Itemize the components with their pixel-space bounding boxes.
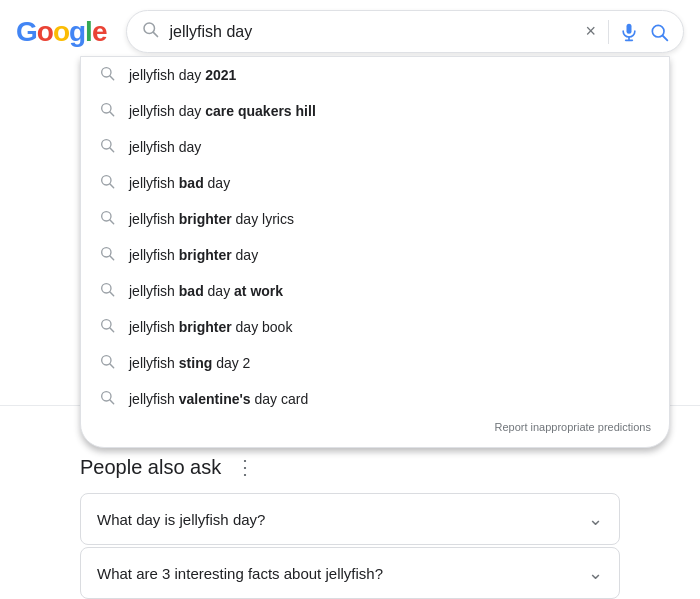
search-icon [99,389,115,409]
divider [608,20,609,44]
suggestion-text: jellyfish sting day 2 [129,355,250,371]
svg-line-1 [154,32,158,36]
svg-rect-2 [627,23,632,33]
search-icon [99,353,115,373]
list-item[interactable]: jellyfish brighter day [81,237,669,273]
suggestion-text: jellyfish bad day at work [129,283,283,299]
svg-line-8 [110,76,114,80]
list-item[interactable]: jellyfish brighter day book [81,309,669,345]
search-icon [99,65,115,85]
suggestion-text: jellyfish valentine's day card [129,391,308,407]
paa-item-1[interactable]: What day is jellyfish day? ⌄ [80,493,620,545]
search-icon [141,20,159,43]
suggestion-text: jellyfish bad day [129,175,230,191]
search-icon [99,245,115,265]
paa-item-2[interactable]: What are 3 interesting facts about jelly… [80,547,620,599]
list-item[interactable]: jellyfish valentine's day card [81,381,669,417]
search-icon [99,209,115,229]
suggestion-text: jellyfish brighter day [129,247,258,263]
list-item[interactable]: jellyfish day care quakers hill [81,93,669,129]
search-icon [99,101,115,121]
suggestion-text: jellyfish brighter day book [129,319,292,335]
search-controls: × [583,19,669,44]
microphone-icon [619,22,639,42]
report-predictions-link[interactable]: Report inappropriate predictions [81,417,669,439]
list-item[interactable]: jellyfish bad day at work [81,273,669,309]
autocomplete-dropdown: jellyfish day 2021 jellyfish day care qu… [80,56,670,448]
paa-options-button[interactable]: ⋮ [231,453,259,481]
people-also-ask-section: People also ask ⋮ What day is jellyfish … [0,433,700,599]
svg-line-22 [110,328,114,332]
search-submit-icon [649,22,669,42]
header: Google × [0,0,700,63]
paa-header: People also ask ⋮ [80,453,620,481]
search-icon [99,173,115,193]
paa-question: What are 3 interesting facts about jelly… [97,565,383,582]
list-item[interactable]: jellyfish day 2021 [81,57,669,93]
suggestion-text: jellyfish brighter day lyrics [129,211,294,227]
svg-line-18 [110,256,114,260]
search-submit-button[interactable] [649,22,669,42]
svg-line-6 [663,35,668,40]
svg-line-26 [110,400,114,404]
list-item[interactable]: jellyfish sting day 2 [81,345,669,381]
search-icon [99,137,115,157]
search-icon [99,317,115,337]
search-icon [99,281,115,301]
chevron-down-icon: ⌄ [588,508,603,530]
paa-title: People also ask [80,456,221,479]
svg-line-20 [110,292,114,296]
svg-line-24 [110,364,114,368]
search-bar: × [126,10,684,53]
chevron-down-icon: ⌄ [588,562,603,584]
google-logo[interactable]: Google [16,16,106,48]
svg-line-16 [110,220,114,224]
svg-line-12 [110,148,114,152]
suggestion-text: jellyfish day [129,139,201,155]
clear-button[interactable]: × [583,19,598,44]
svg-line-10 [110,112,114,116]
search-input[interactable] [169,23,575,41]
list-item[interactable]: jellyfish day [81,129,669,165]
list-item[interactable]: jellyfish brighter day lyrics [81,201,669,237]
suggestion-text: jellyfish day 2021 [129,67,236,83]
suggestion-text: jellyfish day care quakers hill [129,103,316,119]
paa-question: What day is jellyfish day? [97,511,265,528]
list-item[interactable]: jellyfish bad day [81,165,669,201]
voice-search-button[interactable] [619,22,639,42]
svg-line-14 [110,184,114,188]
